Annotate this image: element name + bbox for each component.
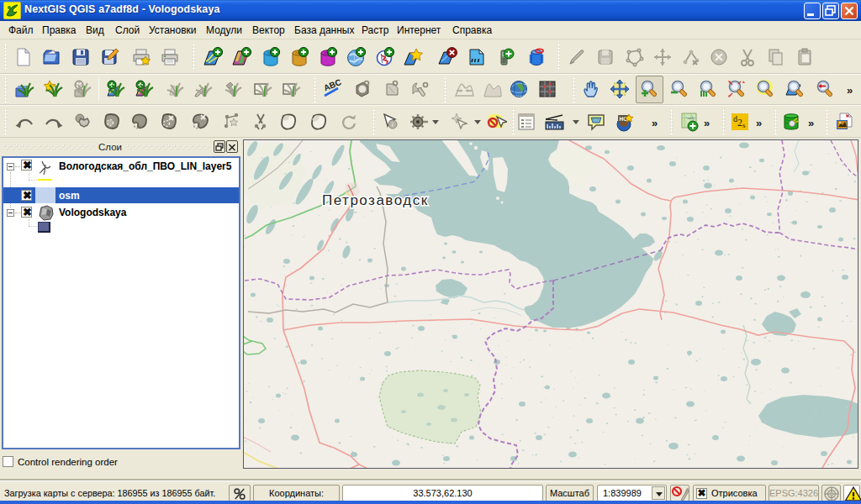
svg-text:»: »: [704, 117, 710, 129]
svg-text:»: »: [847, 84, 853, 97]
svg-text:»: »: [756, 117, 762, 129]
svg-text:»: »: [808, 117, 814, 129]
svg-text:Петрозаводск: Петрозаводск: [322, 192, 429, 208]
svg-text:»: »: [652, 117, 658, 129]
svg-text:i: i: [392, 121, 394, 129]
svg-text:s: s: [742, 121, 746, 129]
